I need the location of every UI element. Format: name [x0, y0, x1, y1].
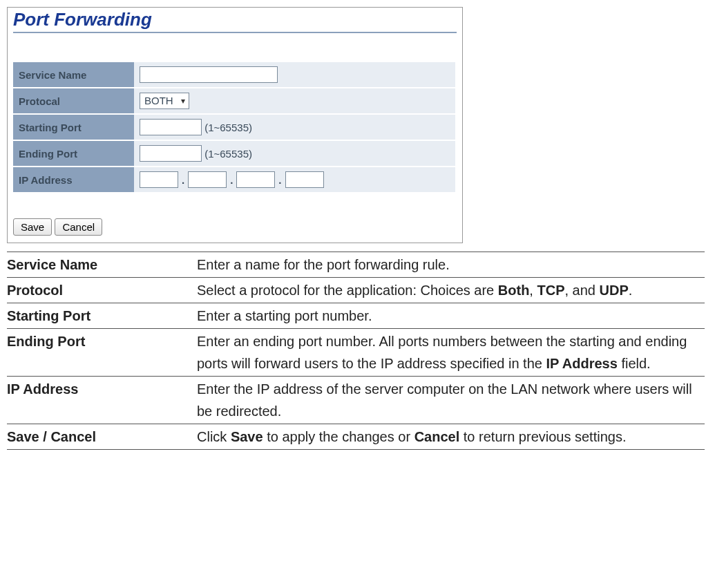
- row-ending-port: Ending Port (1~65535): [13, 141, 455, 166]
- label-starting-port: Starting Port: [13, 115, 134, 140]
- protocol-select-value: BOTH: [144, 95, 173, 106]
- row-service-name: Service Name: [13, 62, 455, 87]
- desc-term: Ending Port: [7, 329, 197, 377]
- desc-text: Click Save to apply the changes or Cance…: [197, 424, 705, 450]
- cancel-button[interactable]: Cancel: [55, 218, 102, 236]
- ending-port-hint: (1~65535): [204, 148, 252, 160]
- form-table: Service Name Protocal BOTH Starting Port…: [13, 61, 455, 193]
- field-protocol: BOTH: [134, 88, 455, 113]
- ip-octet-4-input[interactable]: [285, 171, 324, 188]
- desc-row: Service NameEnter a name for the port fo…: [7, 252, 705, 278]
- field-starting-port: (1~65535): [134, 115, 455, 140]
- row-ip-address: IP Address ...: [13, 167, 455, 192]
- desc-text: Enter the IP address of the server compu…: [197, 377, 705, 424]
- desc-term: Service Name: [7, 252, 197, 278]
- desc-row: ProtocolSelect a protocol for the applic…: [7, 278, 705, 303]
- ip-dot-1: .: [178, 174, 188, 186]
- desc-term: Protocol: [7, 278, 197, 303]
- description-table: Service NameEnter a name for the port fo…: [7, 252, 705, 450]
- label-ip-address: IP Address: [13, 167, 134, 192]
- desc-text: Enter a name for the port forwarding rul…: [197, 252, 705, 278]
- starting-port-hint: (1~65535): [204, 122, 252, 133]
- starting-port-input[interactable]: [140, 119, 202, 135]
- ip-dot-2: .: [227, 174, 236, 186]
- desc-term: Starting Port: [7, 303, 197, 329]
- field-ending-port: (1~65535): [134, 141, 455, 166]
- desc-row: Ending PortEnter an ending port number. …: [7, 329, 705, 377]
- desc-row: IP AddressEnter the IP address of the se…: [7, 377, 705, 424]
- field-service-name: [134, 62, 455, 87]
- button-row: Save Cancel: [13, 218, 457, 236]
- desc-text: Enter an ending port number. All ports n…: [197, 329, 705, 377]
- ip-octet-3-input[interactable]: [236, 171, 275, 188]
- desc-term: Save / Cancel: [7, 424, 197, 450]
- ip-octet-2-input[interactable]: [188, 171, 227, 188]
- label-service-name: Service Name: [13, 62, 134, 87]
- port-forwarding-panel: Port Forwarding Service Name Protocal BO…: [7, 7, 463, 243]
- row-starting-port: Starting Port (1~65535): [13, 115, 455, 140]
- ending-port-input[interactable]: [140, 145, 202, 162]
- desc-row: Save / CancelClick Save to apply the cha…: [7, 424, 705, 450]
- protocol-select[interactable]: BOTH: [140, 93, 189, 109]
- row-protocol: Protocal BOTH: [13, 88, 455, 113]
- desc-text: Select a protocol for the application: C…: [197, 278, 705, 303]
- ip-dot-3: .: [275, 174, 285, 186]
- save-button[interactable]: Save: [13, 218, 52, 236]
- ip-octet-1-input[interactable]: [140, 171, 178, 188]
- page-title: Port Forwarding: [13, 9, 457, 33]
- label-ending-port: Ending Port: [13, 141, 134, 166]
- desc-term: IP Address: [7, 377, 197, 424]
- desc-text: Enter a starting port number.: [197, 303, 705, 329]
- desc-row: Starting PortEnter a starting port numbe…: [7, 303, 705, 329]
- label-protocol: Protocal: [13, 88, 134, 113]
- service-name-input[interactable]: [140, 66, 278, 83]
- field-ip-address: ...: [134, 167, 455, 192]
